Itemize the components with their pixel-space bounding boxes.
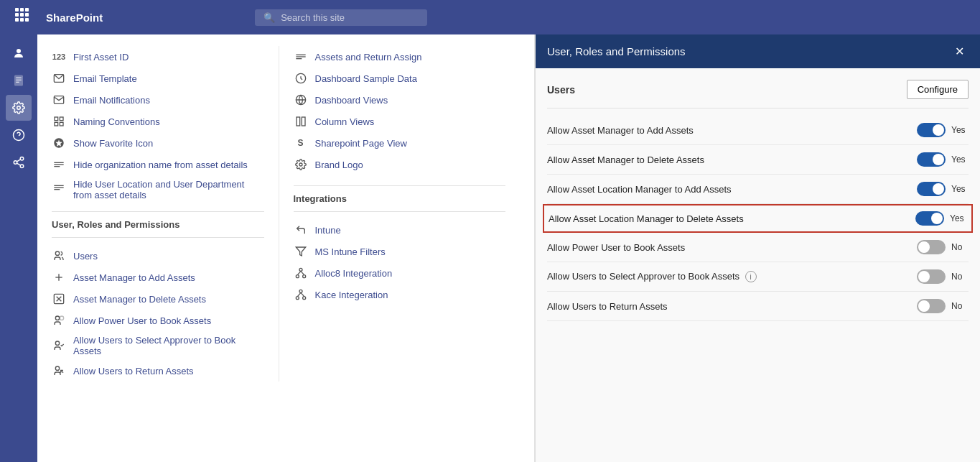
email-notifications-item[interactable]: Email Notifications [52, 89, 264, 111]
nav-people-icon[interactable] [6, 40, 32, 66]
perm-label-4: Allow Power User to Book Assets [547, 242, 917, 253]
show-favorite-icon-label: Show Favorite Icon [73, 138, 153, 149]
intune-label: Intune [315, 225, 341, 236]
svg-point-26 [55, 316, 59, 320]
svg-point-44 [299, 290, 302, 292]
svg-line-42 [297, 271, 301, 274]
permission-row-0: Allow Asset Manager to Add Assets Yes [547, 116, 969, 145]
svg-point-6 [20, 165, 24, 168]
svg-point-28 [55, 341, 59, 345]
asset-manager-delete-item[interactable]: Asset Manager to Delete Assets [52, 288, 264, 310]
sharepoint-page-item[interactable]: S Sharepoint Page View [294, 132, 506, 154]
search-icon: 🔍 [263, 12, 275, 23]
svg-line-43 [301, 271, 304, 274]
toggle-value-2: Yes [951, 184, 969, 194]
svg-point-2 [17, 106, 21, 110]
dashboard-sample-item[interactable]: Dashboard Sample Data [294, 68, 506, 89]
show-favorite-icon-item[interactable]: Show Favorite Icon [52, 132, 264, 154]
power-user-book-item[interactable]: Allow Power User to Book Assets [52, 310, 264, 331]
intune-icon [294, 223, 308, 237]
user-roles-section-title: User, Roles and Permissions [52, 219, 264, 230]
ms-intune-icon [294, 244, 308, 259]
sharepoint-page-icon: S [294, 136, 308, 150]
permission-row-5: Allow Users to Select Approver to Book A… [547, 262, 969, 292]
alloc8-item[interactable]: Alloc8 Integeration [294, 262, 506, 284]
svg-line-47 [297, 292, 301, 296]
kace-item[interactable]: Kace Integeration [294, 284, 506, 305]
users-item[interactable]: Users [52, 245, 264, 267]
email-notifications-label: Email Notifications [73, 95, 150, 106]
email-notifications-icon [52, 93, 66, 107]
column-views-label: Column Views [315, 116, 375, 127]
toggle-area-0: Yes [917, 123, 969, 137]
settings-col-1: 123 First Asset ID Email Template Email … [52, 46, 279, 382]
toggle-area-5: No [917, 269, 969, 284]
nav-document-icon[interactable] [6, 68, 32, 93]
users-icon [52, 249, 66, 263]
ms-intune-item[interactable]: MS Intune Filters [294, 241, 506, 262]
rp-section-header: Users Configure [547, 80, 969, 99]
toggle-4[interactable] [917, 240, 946, 254]
toggle-1[interactable] [917, 152, 946, 167]
configure-button[interactable]: Configure [907, 80, 969, 99]
assign-assets-label: Assets and Return Assign [315, 52, 422, 63]
select-approver-label: Allow Users to Select Approver to Book A… [73, 335, 264, 356]
rp-section-title: Users [547, 84, 575, 96]
sharepoint-page-label: Sharepoint Page View [315, 138, 407, 149]
settings-col-2: Assets and Return Assign Dashboard Sampl… [279, 46, 521, 382]
return-assets-item[interactable]: Allow Users to Return Assets [52, 360, 264, 382]
svg-line-7 [17, 163, 20, 165]
toggle-0[interactable] [917, 123, 946, 137]
svg-rect-10 [55, 117, 58, 121]
dashboard-views-item[interactable]: Dashboard Views [294, 89, 506, 111]
svg-point-45 [296, 297, 299, 300]
dashboard-views-label: Dashboard Views [315, 95, 388, 106]
asset-manager-add-icon [52, 270, 66, 285]
right-panel-title: User, Roles and Permissions [547, 45, 686, 57]
svg-point-20 [55, 251, 59, 255]
dashboard-sample-icon [294, 71, 308, 86]
permission-row-3: Allow Asset Location Manager to Delete A… [543, 204, 973, 233]
toggle-2[interactable] [917, 182, 946, 196]
svg-point-4 [20, 157, 24, 161]
toggle-5[interactable] [917, 269, 946, 284]
search-bar[interactable]: 🔍 [255, 9, 427, 26]
waffle-menu[interactable] [9, 1, 34, 27]
svg-rect-13 [55, 122, 58, 126]
select-approver-icon [52, 338, 66, 353]
asset-manager-delete-label: Asset Manager to Delete Assets [73, 294, 206, 305]
select-approver-item[interactable]: Allow Users to Select Approver to Book A… [52, 331, 264, 360]
nav-gear-icon[interactable] [6, 95, 32, 121]
asset-manager-add-label: Asset Manager to Add Assets [73, 272, 195, 283]
svg-point-39 [299, 268, 302, 271]
email-template-item[interactable]: Email Template [52, 68, 264, 89]
return-assets-label: Allow Users to Return Assets [73, 366, 194, 376]
top-bar: SharePoint 🔍 [0, 0, 980, 34]
nav-share-icon[interactable] [6, 149, 32, 175]
intune-item[interactable]: Intune [294, 219, 506, 241]
assign-assets-item[interactable]: Assets and Return Assign [294, 46, 506, 68]
svg-point-37 [299, 163, 302, 166]
toggle-3[interactable] [915, 211, 944, 226]
right-panel-body: Users Configure Allow Asset Manager to A… [536, 68, 980, 462]
asset-manager-add-item[interactable]: Asset Manager to Add Assets [52, 267, 264, 288]
column-views-item[interactable]: Column Views [294, 111, 506, 132]
nav-help-icon[interactable] [6, 122, 32, 148]
naming-conventions-item[interactable]: Naming Conventions [52, 111, 264, 132]
info-icon-5[interactable]: i [745, 271, 757, 282]
column-views-icon [294, 114, 308, 129]
hide-user-location-item[interactable]: Hide User Location and User Department f… [52, 175, 264, 204]
hide-org-name-item[interactable]: Hide organization name from asset detail… [52, 154, 264, 175]
toggle-6[interactable] [917, 299, 946, 313]
toggle-value-5: No [951, 272, 969, 282]
main-area: 123 First Asset ID Email Template Email … [37, 34, 980, 462]
brand-logo-item[interactable]: Brand Logo [294, 154, 506, 175]
close-button[interactable]: ✕ [951, 43, 969, 60]
first-asset-id-item[interactable]: 123 First Asset ID [52, 46, 264, 68]
search-input[interactable] [281, 12, 419, 23]
return-assets-icon [52, 364, 66, 378]
svg-rect-1 [14, 75, 23, 86]
brand-logo-icon [294, 157, 308, 172]
right-panel: User, Roles and Permissions ✕ Users Conf… [535, 34, 980, 462]
hide-org-icon [52, 157, 66, 172]
